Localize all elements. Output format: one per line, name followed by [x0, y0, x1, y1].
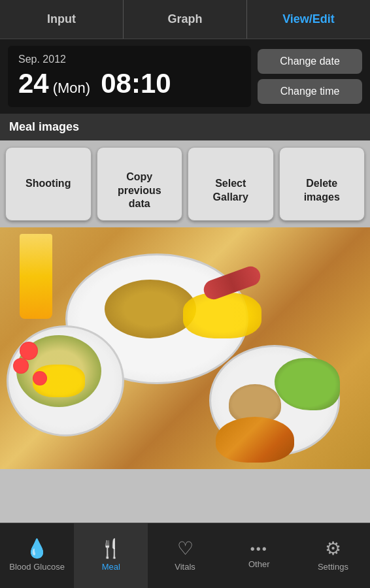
tomato-2 [13, 358, 29, 374]
tab-input[interactable]: Input [0, 0, 124, 39]
datetime-buttons: Change date Change time [258, 46, 362, 107]
shooting-button[interactable]: Shooting [5, 147, 92, 221]
tab-viewedit[interactable]: View/Edit [247, 0, 370, 39]
delete-images-button[interactable]: Delete images [279, 147, 365, 221]
tab-graph[interactable]: Graph [124, 0, 247, 39]
select-gallery-button[interactable]: Select Gallary [188, 147, 274, 221]
nav-settings-label: Settings [318, 562, 348, 572]
nav-blood-glucose-label: Blood Glucose [9, 562, 65, 572]
nav-vitals[interactable]: ♡ Vitals [148, 523, 222, 588]
datetime-box: Sep. 2012 24 (Mon) 08:10 [8, 46, 251, 107]
date-day: 24 [18, 68, 49, 99]
date-dow: (Mon) [53, 80, 90, 97]
noodles [105, 280, 196, 338]
change-date-button[interactable]: Change date [258, 49, 362, 74]
nav-settings[interactable]: ⚙ Settings [296, 523, 370, 588]
nav-blood-glucose[interactable]: 💧 Blood Glucose [0, 523, 74, 588]
nav-other-label: Other [248, 559, 270, 569]
date-month: Sep. 2012 [18, 54, 241, 65]
nav-meal-label: Meal [102, 562, 120, 572]
meal-icon: 🍴 [99, 540, 122, 558]
croissant [216, 417, 294, 463]
copy-previous-button[interactable]: Copy previous data [97, 147, 183, 221]
meal-images-header: Meal images [0, 114, 370, 140]
eggs [183, 293, 261, 338]
date-time: 08:10 [101, 68, 171, 99]
juice-glass [20, 234, 52, 319]
change-time-button[interactable]: Change time [258, 79, 362, 104]
tomato-1 [20, 342, 38, 360]
action-buttons: Shooting Copy previous data Select Galla… [0, 140, 370, 227]
other-icon: ••• [250, 542, 268, 555]
bottom-nav: 💧 Blood Glucose 🍴 Meal ♡ Vitals ••• Othe… [0, 523, 370, 588]
nav-meal[interactable]: 🍴 Meal [74, 523, 148, 588]
tab-bar: Input Graph View/Edit [0, 0, 370, 39]
nav-other[interactable]: ••• Other [222, 523, 296, 588]
datetime-section: Sep. 2012 24 (Mon) 08:10 Change date Cha… [0, 39, 370, 114]
vitals-icon: ♡ [177, 540, 193, 558]
nav-vitals-label: Vitals [175, 562, 195, 572]
food-image-area [0, 227, 370, 469]
blood-glucose-icon: 💧 [25, 540, 48, 558]
settings-icon: ⚙ [325, 540, 341, 558]
